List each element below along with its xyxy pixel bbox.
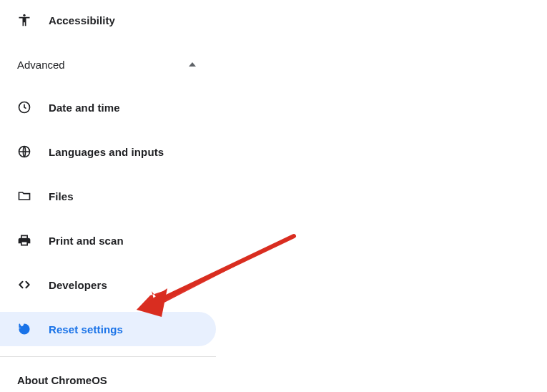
sidebar-item-label: Accessibility	[49, 14, 115, 26]
sidebar-item-about[interactable]: About ChromeOS	[0, 357, 107, 386]
printer-icon	[17, 233, 31, 248]
sidebar-item-label: Print and scan	[49, 235, 124, 247]
reset-icon	[17, 322, 31, 336]
sidebar-item-label: Developers	[49, 279, 107, 291]
sidebar-item-reset-settings[interactable]: Reset settings	[0, 312, 216, 346]
sidebar-item-languages[interactable]: Languages and inputs	[0, 134, 216, 169]
globe-icon	[17, 144, 31, 159]
sidebar-item-label: Reset settings	[49, 323, 123, 335]
svg-point-0	[23, 14, 25, 16]
sidebar-item-label: Files	[49, 190, 74, 202]
sidebar-section-label: Advanced	[17, 59, 65, 71]
sidebar-item-accessibility[interactable]: Accessibility	[0, 3, 216, 37]
accessibility-icon	[17, 13, 31, 27]
sidebar-item-date-time[interactable]: Date and time	[0, 90, 216, 124]
sidebar-item-developers[interactable]: Developers	[0, 268, 216, 302]
sidebar-item-label: Languages and inputs	[49, 146, 164, 158]
folder-icon	[17, 189, 31, 203]
sidebar-item-files[interactable]: Files	[0, 179, 216, 213]
sidebar-section-advanced[interactable]: Advanced	[0, 47, 216, 82]
sidebar-item-label: Date and time	[49, 102, 120, 114]
settings-sidebar: Accessibility Advanced Date and time Lan…	[0, 0, 216, 387]
clock-icon	[17, 100, 31, 114]
code-icon	[17, 278, 31, 292]
sidebar-item-print-scan[interactable]: Print and scan	[0, 223, 216, 258]
chevron-up-icon	[189, 62, 196, 67]
